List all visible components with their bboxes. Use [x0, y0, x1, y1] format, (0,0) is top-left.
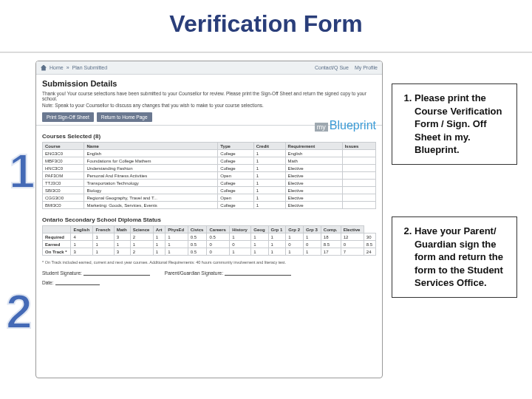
table-cell: 4 — [71, 233, 93, 241]
table-cell: Open — [218, 172, 253, 180]
table-row: MBF3C0Foundations for College MathemColl… — [43, 157, 376, 165]
table-cell: 1 — [93, 241, 114, 248]
table-cell: College — [218, 157, 253, 165]
submission-heading: Submission Details — [42, 79, 376, 88]
diploma-col-header: Art — [153, 226, 165, 233]
table-cell: BMI3C0 — [43, 202, 84, 209]
table-cell: 3 — [71, 248, 93, 256]
diploma-col-header: PhysEd — [166, 226, 188, 233]
print-signoff-button[interactable]: Print Sign-Off Sheet — [42, 112, 94, 122]
table-cell — [342, 194, 375, 202]
callout-1-text: Please print the Course Verification For… — [415, 92, 508, 157]
submission-details: Submission Details Thank you! Your cours… — [36, 75, 382, 126]
table-cell: 2 — [130, 248, 153, 256]
table-cell: 0 — [341, 241, 364, 248]
table-cell: Elective — [285, 202, 342, 209]
diploma-col-header: Geog — [251, 226, 268, 233]
table-cell: 2 — [130, 233, 153, 241]
table-cell: 1 — [286, 248, 304, 256]
student-signature-label: Student Signature: — [42, 270, 82, 276]
table-cell: PAF3OM — [43, 172, 84, 180]
table-cell: College — [218, 202, 253, 209]
table-cell — [342, 202, 375, 209]
table-cell: Biology — [84, 187, 218, 194]
table-row: Required4132110.50.511111181230 — [43, 233, 376, 241]
courses-col-header: Course — [43, 143, 84, 150]
breadcrumb-sep: » — [66, 65, 69, 70]
table-cell: 0 — [304, 241, 321, 248]
signature-row: Student Signature: Parent/Guardian Signa… — [36, 266, 382, 280]
table-cell: English — [84, 150, 218, 157]
table-cell — [342, 172, 375, 180]
logo-blueprint: Blueprint — [330, 119, 376, 132]
table-cell: 1 — [286, 233, 304, 241]
callout-2-text: Have your Parent/ Guardian sign the form… — [415, 225, 508, 290]
table-cell: CGG3O0 — [43, 194, 84, 202]
date-label: Date: — [42, 280, 54, 285]
table-cell: 1 — [153, 241, 165, 248]
table-cell: Required — [43, 233, 71, 241]
table-cell: 0 — [207, 241, 230, 248]
table-cell: 7 — [341, 248, 364, 256]
courses-col-header: Name — [84, 143, 218, 150]
table-cell: Elective — [285, 187, 342, 194]
profile-link[interactable]: My Profile — [355, 65, 378, 70]
table-cell: 8.5 — [321, 241, 341, 248]
table-cell: 1 — [304, 248, 321, 256]
table-cell: 1 — [93, 233, 114, 241]
table-cell: TTJ3C0 — [43, 180, 84, 187]
table-cell: 1 — [268, 241, 286, 248]
diploma-col-header: Grp 2 — [286, 226, 304, 233]
table-cell: Elective — [285, 194, 342, 202]
diploma-col-header: English — [71, 226, 93, 233]
courses-col-header: Type — [218, 143, 253, 150]
table-row: Earned1111110.50011008.508.5 — [43, 241, 376, 248]
table-cell: 0.5 — [207, 233, 230, 241]
table-cell: 1 — [93, 248, 114, 256]
diploma-col-header: Careers — [207, 226, 230, 233]
table-cell — [342, 165, 375, 172]
table-cell: 1 — [253, 157, 285, 165]
table-cell: 30 — [364, 233, 375, 241]
table-cell: HNC3C0 — [43, 165, 84, 172]
table-cell — [342, 187, 375, 194]
table-cell: 1 — [251, 233, 268, 241]
callout-2: Have your Parent/ Guardian sign the form… — [392, 216, 517, 298]
table-row: On Track *3132110.501111117724 — [43, 248, 376, 256]
table-cell: Math — [285, 157, 342, 165]
table-cell: 1 — [166, 241, 188, 248]
table-cell: 18 — [321, 233, 341, 241]
page-title: Verification Form — [0, 10, 532, 38]
table-cell — [342, 150, 375, 157]
callout-1: Please print the Course Verification For… — [392, 83, 517, 165]
table-cell: Personal And Fitness Activities — [84, 172, 218, 180]
table-cell — [342, 180, 375, 187]
courses-col-header: Requirement — [285, 143, 342, 150]
diploma-col-header: French — [93, 226, 114, 233]
diploma-col-header — [43, 226, 71, 233]
diploma-col-header: Civics — [188, 226, 207, 233]
table-cell: 1 — [230, 233, 251, 241]
table-cell: 0 — [286, 241, 304, 248]
logo-my: my — [315, 123, 328, 132]
breadcrumb-home[interactable]: Home — [50, 65, 64, 70]
table-cell: College — [218, 150, 253, 157]
table-cell: 1 — [166, 233, 188, 241]
breadcrumb: Home » Plan Submitted — [41, 65, 107, 71]
courses-selected-section: Courses Selected (8) CourseNameTypeCredi… — [36, 126, 382, 212]
table-cell: Transportation Technology — [84, 180, 218, 187]
table-cell: 1 — [268, 248, 286, 256]
table-cell: 1 — [251, 241, 268, 248]
table-cell: College — [218, 180, 253, 187]
table-row: SBI3C0BiologyCollege1Elective — [43, 187, 376, 194]
table-cell: ENG3C0 — [43, 150, 84, 157]
table-cell: Regional Geography, Travel and T... — [84, 194, 218, 202]
table-cell: 24 — [364, 248, 375, 256]
contact-link[interactable]: Contact/Q Sue — [315, 65, 349, 70]
table-row: HNC3C0Understanding FashionCollege1Elect… — [43, 165, 376, 172]
table-cell: 1 — [114, 241, 130, 248]
table-row: PAF3OMPersonal And Fitness ActivitiesOpe… — [43, 172, 376, 180]
myblueprint-logo: my Blueprint — [315, 119, 376, 132]
table-row: BMI3C0Marketing: Goods, Services, Events… — [43, 202, 376, 209]
return-home-button[interactable]: Return to Home Page — [97, 112, 152, 122]
